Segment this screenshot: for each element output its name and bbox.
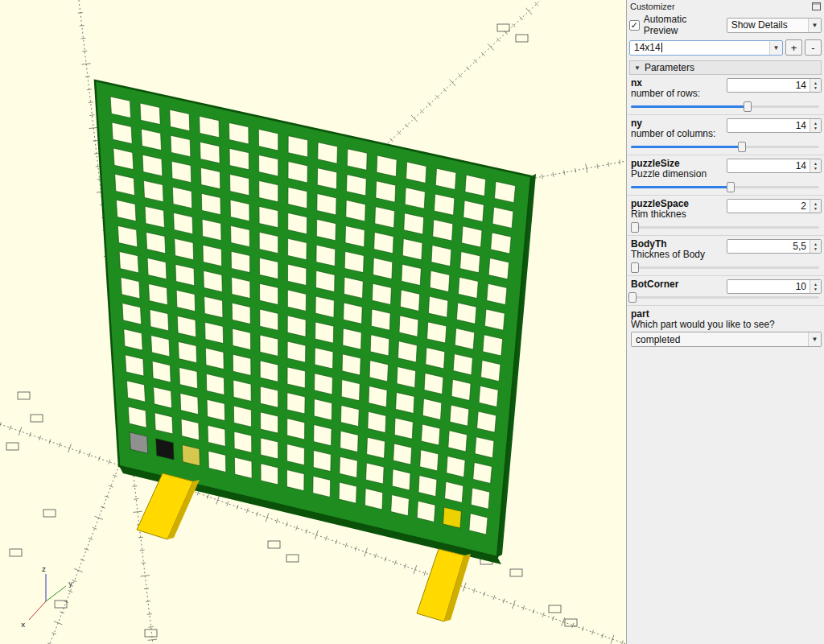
automatic-preview-checkbox[interactable]: ✓ Automatic Preview: [629, 14, 723, 36]
checkbox-check-icon[interactable]: ✓: [629, 20, 640, 31]
chevron-down-icon[interactable]: ▼: [769, 41, 782, 55]
spin-arrows-icon[interactable]: ▲▼: [810, 240, 821, 253]
automatic-preview-label: Automatic Preview: [644, 14, 723, 36]
parameter-puzzleSpace: puzzleSpaceRim thicknes2▲▼: [627, 196, 824, 236]
preset-remove-button[interactable]: -: [805, 39, 822, 56]
parameter-part: part Which part would you like to see? c…: [627, 306, 824, 349]
slider-groove: [631, 266, 819, 269]
customizer-header: Customizer: [627, 0, 824, 12]
show-details-value: Show Details: [731, 19, 788, 31]
slider-handle[interactable]: [631, 222, 639, 233]
param-slider[interactable]: [631, 222, 819, 233]
slider-handle[interactable]: [744, 101, 752, 112]
parameters-list: nxnumber of rows:14▲▼nynumber of columns…: [627, 75, 824, 306]
param-slider[interactable]: [631, 292, 819, 303]
slider-groove: [631, 226, 819, 229]
parameters-header-label: Parameters: [645, 62, 694, 73]
parameter-ny: nynumber of columns:14▲▼: [627, 115, 824, 155]
param-value: 14: [727, 80, 810, 91]
slider-fill: [631, 146, 742, 148]
preset-value: 14x14: [634, 42, 661, 53]
chevron-down-icon[interactable]: ▼: [808, 332, 821, 346]
slider-fill: [631, 186, 731, 188]
param-value-spinbox[interactable]: 14▲▼: [727, 118, 822, 133]
param-slider[interactable]: [631, 142, 819, 152]
param-value-spinbox[interactable]: 14▲▼: [727, 159, 822, 173]
spin-arrows-icon[interactable]: ▲▼: [810, 119, 821, 132]
param-slider[interactable]: [631, 262, 819, 273]
param-value: 14: [727, 120, 810, 131]
parameter-BodyTh: BodyThThicknes of Body5,5▲▼: [627, 236, 824, 276]
y-axis-label: y: [68, 580, 73, 588]
param-value-spinbox[interactable]: 14▲▼: [727, 78, 822, 93]
preview-row: ✓ Automatic Preview Show Details ▼: [627, 12, 824, 38]
show-details-dropdown[interactable]: Show Details ▼: [727, 18, 822, 33]
spin-arrows-icon[interactable]: ▲▼: [810, 280, 821, 293]
spin-arrows-icon[interactable]: ▲▼: [810, 79, 821, 92]
3d-viewport[interactable]: zyx: [0, 0, 626, 644]
slider-handle[interactable]: [727, 182, 735, 192]
param-value: 2: [727, 200, 810, 212]
text-cursor: [661, 43, 662, 52]
collapse-triangle-icon[interactable]: ▼: [634, 64, 641, 72]
openscad-scene[interactable]: zyx: [0, 0, 626, 644]
parameter-BotCorner: BotCorner10▲▼: [627, 276, 824, 306]
spin-arrows-icon[interactable]: ▲▼: [810, 159, 821, 172]
customizer-panel: Customizer ✓ Automatic Preview Show Deta…: [626, 0, 824, 644]
param-value: 10: [727, 281, 810, 292]
z-axis-label: z: [42, 565, 46, 573]
undock-panel-icon[interactable]: [812, 2, 821, 10]
param-slider[interactable]: [631, 182, 819, 192]
param-description: Which part would you like to see?: [631, 320, 822, 330]
part-dropdown[interactable]: completed ▼: [631, 332, 822, 347]
param-value-spinbox[interactable]: 2▲▼: [727, 199, 822, 213]
slider-groove: [631, 296, 819, 299]
parameter-puzzleSize: puzzleSizePuzzle dimension14▲▼: [627, 155, 824, 196]
preset-combobox[interactable]: 14x14 ▼: [629, 40, 783, 56]
customizer-title: Customizer: [630, 2, 675, 11]
chevron-down-icon[interactable]: ▼: [808, 19, 821, 32]
param-value-spinbox[interactable]: 5,5▲▼: [727, 239, 822, 254]
slider-handle[interactable]: [738, 142, 746, 152]
param-value: 14: [727, 160, 810, 171]
spin-arrows-icon[interactable]: ▲▼: [810, 200, 821, 213]
parameter-nx: nxnumber of rows:14▲▼: [627, 75, 824, 115]
slider-fill: [631, 105, 748, 108]
param-slider[interactable]: [631, 101, 819, 112]
preset-add-button[interactable]: +: [785, 39, 802, 56]
x-axis-label: x: [21, 621, 26, 629]
param-value: 5,5: [727, 241, 810, 252]
parameters-section-header[interactable]: ▼ Parameters: [629, 60, 822, 75]
slider-handle[interactable]: [628, 292, 637, 303]
slider-handle[interactable]: [631, 262, 639, 273]
part-dropdown-value: completed: [636, 334, 680, 345]
preset-row: 14x14 ▼ + -: [627, 38, 824, 57]
